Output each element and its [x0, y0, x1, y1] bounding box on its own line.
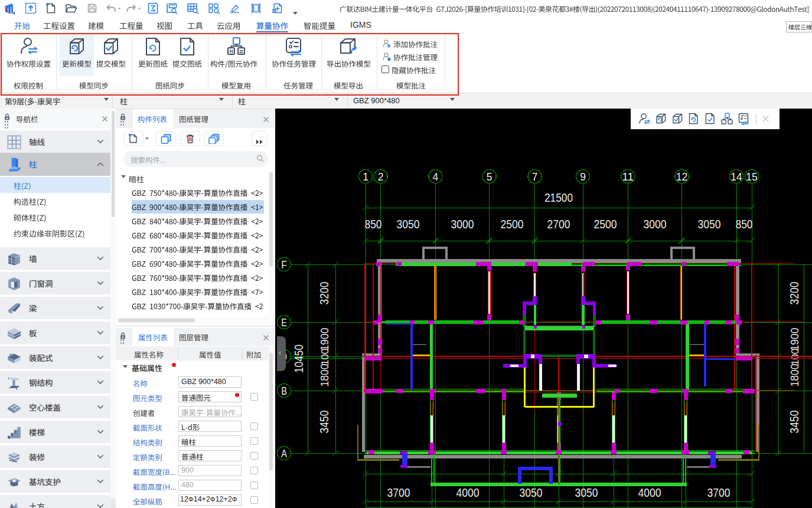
svg-text:3450: 3450 [788, 410, 801, 433]
svg-text:3050: 3050 [397, 218, 420, 231]
svg-text:A: A [281, 448, 287, 460]
svg-text:850: 850 [365, 218, 382, 231]
svg-text:11: 11 [622, 171, 634, 183]
svg-text:4000: 4000 [638, 486, 661, 499]
svg-text:1900: 1900 [789, 328, 801, 351]
svg-text:3050: 3050 [698, 218, 721, 231]
svg-text:1900: 1900 [319, 328, 331, 351]
svg-text:2700: 2700 [547, 218, 570, 231]
svg-text:B: B [281, 385, 287, 397]
svg-text:3050: 3050 [575, 486, 598, 499]
svg-text:4000: 4000 [456, 486, 480, 499]
svg-text:9: 9 [580, 171, 586, 183]
svg-text:1800: 1800 [789, 364, 801, 387]
svg-text:3450: 3450 [318, 410, 331, 433]
svg-text:10450: 10450 [292, 345, 305, 373]
svg-text:14: 14 [731, 171, 742, 183]
svg-text:12: 12 [676, 171, 687, 183]
svg-text:1800: 1800 [319, 364, 331, 387]
svg-text:2500: 2500 [594, 218, 617, 231]
svg-text:3000: 3000 [451, 218, 474, 231]
svg-text:3200: 3200 [318, 281, 331, 304]
svg-text:F: F [281, 259, 287, 271]
svg-text:21500: 21500 [544, 191, 573, 204]
svg-text:3000: 3000 [644, 218, 667, 231]
svg-text:2500: 2500 [501, 218, 524, 231]
svg-text:2: 2 [378, 171, 384, 183]
svg-text:15: 15 [746, 171, 757, 183]
svg-text:100: 100 [320, 348, 330, 365]
svg-text:1: 1 [363, 171, 369, 183]
svg-text:3700: 3700 [707, 486, 731, 499]
svg-text:3050: 3050 [520, 486, 543, 499]
svg-text:3700: 3700 [387, 486, 410, 499]
svg-text:E: E [281, 317, 287, 329]
svg-text:3200: 3200 [788, 281, 801, 304]
svg-text:100: 100 [790, 348, 800, 365]
svg-text:4: 4 [433, 171, 439, 183]
svg-text:5: 5 [487, 171, 493, 183]
svg-text:850: 850 [736, 218, 753, 231]
svg-text:7: 7 [532, 171, 538, 183]
